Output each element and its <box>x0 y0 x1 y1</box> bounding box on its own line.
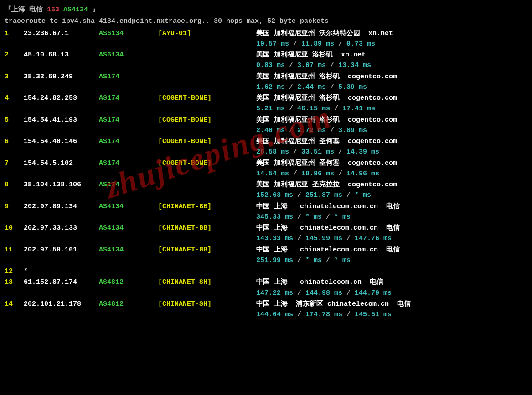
header-line: 『上海 电信 163 AS4134 』 <box>5 5 527 15</box>
hop-asn: AS174 <box>99 115 158 125</box>
hop-row: 245.10.68.13AS6134美国 加利福尼亚 洛杉矶 xn.net0.8… <box>5 50 527 71</box>
hop-ip: 45.10.68.13 <box>24 50 99 60</box>
hop-row: 1361.152.87.174AS4812[CHINANET-SH]中国 上海 … <box>5 277 527 298</box>
hop-info-row: 123.236.67.1AS6134[AYU-01]美国 加利福尼亚州 沃尔纳特… <box>5 28 527 39</box>
hop-info-row: 10202.97.33.133AS4134[CHINANET-BB]中国 上海 … <box>5 223 527 233</box>
hop-number: 12 <box>5 266 24 277</box>
hop-timings: 251.99 ms / * ms / * ms <box>256 255 351 266</box>
hop-info-row: 14202.101.21.178AS4812[CHINANET-SH]中国 上海… <box>5 299 527 309</box>
hop-number: 6 <box>5 136 24 147</box>
hop-asname: [CHINANET-BB] <box>158 245 256 255</box>
hop-ip: 154.54.41.193 <box>24 115 99 125</box>
hop-asname: [COGENT-BONE] <box>158 136 256 147</box>
hop-timings-row: 19.57 ms / 11.89 ms / 0.73 ms <box>5 39 527 49</box>
hop-ip: 202.97.89.134 <box>24 201 99 212</box>
hop-asn: AS4134 <box>99 245 158 255</box>
hop-info-row: 12* <box>5 266 527 277</box>
hop-timings-row: 152.63 ms / 251.87 ms / * ms <box>5 190 527 200</box>
hop-row: 6154.54.40.146AS174[COGENT-BONE]美国 加利福尼亚… <box>5 136 527 158</box>
hop-row: 11202.97.50.161AS4134[CHINANET-BB]中国 上海 … <box>5 245 527 266</box>
hop-asname: [CHINANET-SH] <box>158 299 256 309</box>
hop-location: 美国 加利福尼亚州 沃尔纳特公园 xn.net <box>256 28 393 39</box>
hop-number: 8 <box>5 180 24 190</box>
hop-location: 中国 上海 chinatelecom.cn 电信 <box>256 277 383 287</box>
hop-asname: [COGENT-BONE] <box>158 115 256 125</box>
hop-number: 7 <box>5 158 24 169</box>
hop-location: 美国 加利福尼亚州 圣何塞 cogentco.com <box>256 158 397 169</box>
hop-number: 9 <box>5 201 24 212</box>
header-asn: AS4134 <box>63 6 88 14</box>
hop-ip: 202.97.33.133 <box>24 223 99 233</box>
hop-row: 9202.97.89.134AS4134[CHINANET-BB]中国 上海 c… <box>5 201 527 223</box>
hop-ip: 61.152.87.174 <box>24 277 99 287</box>
hop-location: 美国 加利福尼亚州 洛杉矶 cogentco.com <box>256 72 397 82</box>
hop-info-row: 245.10.68.13AS6134美国 加利福尼亚 洛杉矶 xn.net <box>5 50 527 60</box>
hop-asname <box>158 72 256 82</box>
hop-location: 美国 加利福尼亚州 洛杉矶 cogentco.com <box>256 93 397 103</box>
hop-row: 14202.101.21.178AS4812[CHINANET-SH]中国 上海… <box>5 299 527 320</box>
hop-timings-row: 0.83 ms / 3.07 ms / 13.34 ms <box>5 60 527 71</box>
hop-asn: AS174 <box>99 72 158 82</box>
hop-asname: [AYU-01] <box>158 28 256 39</box>
hop-row: 12* <box>5 266 527 277</box>
header-163: 163 <box>47 6 59 14</box>
hop-timings: 144.04 ms / 174.78 ms / 145.51 ms <box>256 309 392 320</box>
hop-row: 5154.54.41.193AS174[COGENT-BONE]美国 加利福尼亚… <box>5 115 527 136</box>
hop-timings: 1.62 ms / 2.44 ms / 5.39 ms <box>256 82 367 92</box>
hop-number: 1 <box>5 28 24 39</box>
hop-asn: AS6134 <box>99 50 158 60</box>
hop-row: 7154.54.5.102AS174[COGENT-BONE]美国 加利福尼亚州… <box>5 158 527 180</box>
hop-asname: [COGENT-BONE] <box>158 158 256 169</box>
hop-timings-row: 26.58 ms / 33.51 ms / 14.39 ms <box>5 147 527 157</box>
hops-container: 123.236.67.1AS6134[AYU-01]美国 加利福尼亚州 沃尔纳特… <box>5 28 527 320</box>
hop-location: 中国 上海 chinatelecom.com.cn 电信 <box>256 245 400 255</box>
hop-number: 3 <box>5 72 24 82</box>
hop-timings: 2.40 ms / 2.72 ms / 3.89 ms <box>256 125 367 136</box>
hop-asn: AS4134 <box>99 223 158 233</box>
hop-asname <box>158 50 256 60</box>
hop-timings: 143.33 ms / 145.99 ms / 147.76 ms <box>256 233 392 244</box>
hop-ip: 154.24.82.253 <box>24 93 99 103</box>
hop-timings: 0.83 ms / 3.07 ms / 13.34 ms <box>256 60 371 71</box>
hop-asname: [CHINANET-SH] <box>158 277 256 287</box>
hop-row: 838.104.138.106AS174美国 加利福尼亚 圣克拉拉 cogent… <box>5 180 527 201</box>
hop-ip: 38.104.138.106 <box>24 180 99 190</box>
hop-timings: 152.63 ms / 251.87 ms / * ms <box>256 190 371 200</box>
hop-ip: 202.101.21.178 <box>24 299 99 309</box>
hop-asn: AS174 <box>99 93 158 103</box>
traceroute-command-line: traceroute to ipv4.sha-4134.endpoint.nxt… <box>5 16 527 26</box>
hop-ip: 154.54.5.102 <box>24 158 99 169</box>
hop-number: 11 <box>5 245 24 255</box>
hop-number: 13 <box>5 277 24 287</box>
hop-location: 美国 加利福尼亚 圣克拉拉 cogentco.com <box>256 180 397 190</box>
hop-info-row: 4154.24.82.253AS174[COGENT-BONE]美国 加利福尼亚… <box>5 93 527 103</box>
hop-info-row: 9202.97.89.134AS4134[CHINANET-BB]中国 上海 c… <box>5 201 527 212</box>
hop-number: 2 <box>5 50 24 60</box>
header-location: 上海 电信 <box>11 6 43 14</box>
hop-timings: 345.33 ms / * ms / * ms <box>256 212 351 222</box>
hop-location: 美国 加利福尼亚 洛杉矶 xn.net <box>256 50 366 60</box>
hop-timings-row: 345.33 ms / * ms / * ms <box>5 212 527 222</box>
hop-asname: [CHINANET-BB] <box>158 201 256 212</box>
hop-ip: 38.32.69.249 <box>24 72 99 82</box>
hop-timings-row: 144.04 ms / 174.78 ms / 145.51 ms <box>5 309 527 320</box>
bracket-close: 』 <box>92 6 99 14</box>
hop-info-row: 7154.54.5.102AS174[COGENT-BONE]美国 加利福尼亚州… <box>5 158 527 169</box>
hop-location: 中国 上海 chinatelecom.com.cn 电信 <box>256 223 400 233</box>
hop-asn: AS174 <box>99 136 158 147</box>
hop-timings-row: 251.99 ms / * ms / * ms <box>5 255 527 266</box>
hop-ip: * <box>24 266 99 277</box>
hop-asname: [CHINANET-BB] <box>158 223 256 233</box>
hop-ip: 202.97.50.161 <box>24 245 99 255</box>
hop-location: 中国 上海 浦东新区 chinatelecom.cn 电信 <box>256 299 411 309</box>
hop-timings: 147.22 ms / 144.98 ms / 144.79 ms <box>256 288 392 298</box>
hop-location: 美国 加利福尼亚州 圣何塞 cogentco.com <box>256 136 397 147</box>
hop-asn: AS4134 <box>99 201 158 212</box>
hop-info-row: 338.32.69.249AS174美国 加利福尼亚州 洛杉矶 cogentco… <box>5 72 527 82</box>
hop-number: 5 <box>5 115 24 125</box>
hop-row: 338.32.69.249AS174美国 加利福尼亚州 洛杉矶 cogentco… <box>5 72 527 93</box>
hop-ip: 23.236.67.1 <box>24 28 99 39</box>
hop-asn: AS174 <box>99 180 158 190</box>
hop-asname: [COGENT-BONE] <box>158 93 256 103</box>
hop-timings-row: 143.33 ms / 145.99 ms / 147.76 ms <box>5 233 527 244</box>
